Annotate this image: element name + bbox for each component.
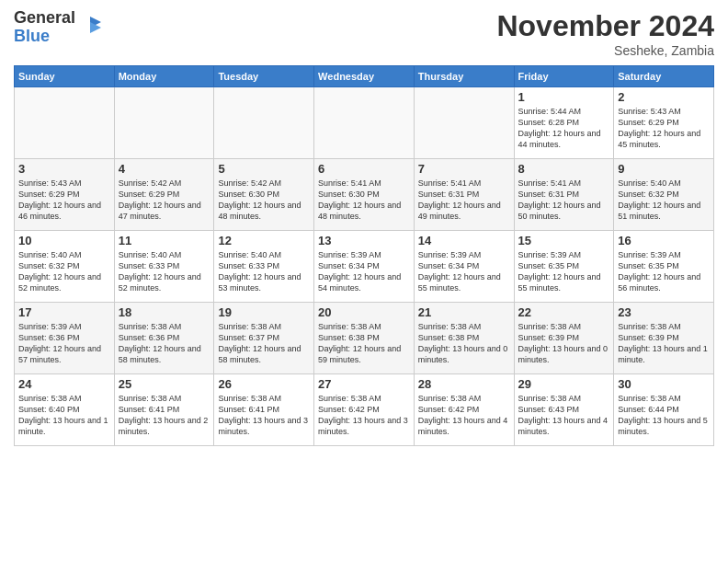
calendar-cell: 11Sunrise: 5:40 AM Sunset: 6:33 PM Dayli… xyxy=(114,231,214,303)
title-section: November 2024 Sesheke, Zambia xyxy=(496,9,714,58)
header: General Blue November 2024 Sesheke, Zamb… xyxy=(14,9,714,58)
day-number: 25 xyxy=(119,377,210,391)
day-info: Sunrise: 5:44 AM Sunset: 6:28 PM Dayligh… xyxy=(518,106,610,151)
day-number: 26 xyxy=(218,377,310,391)
day-number: 3 xyxy=(18,162,110,176)
col-sunday: Sunday xyxy=(15,66,115,87)
calendar-cell: 1Sunrise: 5:44 AM Sunset: 6:28 PM Daylig… xyxy=(514,87,614,159)
day-info: Sunrise: 5:38 AM Sunset: 6:41 PM Dayligh… xyxy=(218,393,310,438)
day-number: 15 xyxy=(518,234,610,247)
calendar-week-5: 24Sunrise: 5:38 AM Sunset: 6:40 PM Dayli… xyxy=(15,374,714,446)
day-number: 14 xyxy=(418,234,510,247)
header-row: Sunday Monday Tuesday Wednesday Thursday… xyxy=(15,66,714,87)
day-number: 8 xyxy=(518,162,610,176)
day-info: Sunrise: 5:42 AM Sunset: 6:30 PM Dayligh… xyxy=(218,178,310,223)
day-info: Sunrise: 5:40 AM Sunset: 6:33 PM Dayligh… xyxy=(218,249,310,294)
logo-general: General xyxy=(14,9,75,28)
calendar-cell xyxy=(214,87,314,159)
logo-text: General Blue xyxy=(14,9,75,46)
day-info: Sunrise: 5:38 AM Sunset: 6:39 PM Dayligh… xyxy=(518,321,610,366)
day-info: Sunrise: 5:38 AM Sunset: 6:38 PM Dayligh… xyxy=(418,321,510,366)
col-tuesday: Tuesday xyxy=(214,66,314,87)
col-wednesday: Wednesday xyxy=(314,66,415,87)
day-info: Sunrise: 5:38 AM Sunset: 6:38 PM Dayligh… xyxy=(318,321,410,366)
day-info: Sunrise: 5:38 AM Sunset: 6:39 PM Dayligh… xyxy=(618,321,710,366)
calendar-cell: 6Sunrise: 5:41 AM Sunset: 6:30 PM Daylig… xyxy=(314,159,415,231)
day-number: 9 xyxy=(618,162,710,176)
calendar-week-1: 1Sunrise: 5:44 AM Sunset: 6:28 PM Daylig… xyxy=(15,87,714,159)
calendar-cell: 5Sunrise: 5:42 AM Sunset: 6:30 PM Daylig… xyxy=(214,159,314,231)
day-number: 30 xyxy=(618,377,710,391)
day-info: Sunrise: 5:38 AM Sunset: 6:37 PM Dayligh… xyxy=(218,321,310,366)
day-number: 10 xyxy=(18,234,110,247)
day-info: Sunrise: 5:39 AM Sunset: 6:34 PM Dayligh… xyxy=(318,249,410,294)
day-number: 20 xyxy=(318,305,410,319)
calendar-cell: 26Sunrise: 5:38 AM Sunset: 6:41 PM Dayli… xyxy=(214,374,314,446)
day-info: Sunrise: 5:38 AM Sunset: 6:44 PM Dayligh… xyxy=(618,393,710,438)
calendar-cell xyxy=(15,87,115,159)
day-number: 29 xyxy=(518,377,610,391)
calendar-cell: 30Sunrise: 5:38 AM Sunset: 6:44 PM Dayli… xyxy=(614,374,714,446)
col-monday: Monday xyxy=(114,66,214,87)
logo-flag-icon xyxy=(77,15,103,40)
day-info: Sunrise: 5:42 AM Sunset: 6:29 PM Dayligh… xyxy=(119,178,210,223)
day-number: 24 xyxy=(18,377,110,391)
day-number: 22 xyxy=(518,305,610,319)
calendar-cell: 29Sunrise: 5:38 AM Sunset: 6:43 PM Dayli… xyxy=(514,374,614,446)
calendar-week-3: 10Sunrise: 5:40 AM Sunset: 6:32 PM Dayli… xyxy=(15,231,714,303)
calendar-cell: 16Sunrise: 5:39 AM Sunset: 6:35 PM Dayli… xyxy=(614,231,714,303)
day-info: Sunrise: 5:43 AM Sunset: 6:29 PM Dayligh… xyxy=(618,106,710,151)
day-number: 19 xyxy=(218,305,310,319)
month-title: November 2024 xyxy=(496,9,714,43)
calendar-cell: 25Sunrise: 5:38 AM Sunset: 6:41 PM Dayli… xyxy=(114,374,214,446)
calendar-cell: 27Sunrise: 5:38 AM Sunset: 6:42 PM Dayli… xyxy=(314,374,415,446)
calendar-table: Sunday Monday Tuesday Wednesday Thursday… xyxy=(14,65,714,446)
day-info: Sunrise: 5:38 AM Sunset: 6:40 PM Dayligh… xyxy=(18,393,110,438)
day-number: 5 xyxy=(218,162,310,176)
day-info: Sunrise: 5:40 AM Sunset: 6:33 PM Dayligh… xyxy=(119,249,210,294)
col-saturday: Saturday xyxy=(614,66,714,87)
day-info: Sunrise: 5:41 AM Sunset: 6:31 PM Dayligh… xyxy=(518,178,610,223)
day-info: Sunrise: 5:43 AM Sunset: 6:29 PM Dayligh… xyxy=(18,178,110,223)
calendar-week-2: 3Sunrise: 5:43 AM Sunset: 6:29 PM Daylig… xyxy=(15,159,714,231)
day-info: Sunrise: 5:38 AM Sunset: 6:41 PM Dayligh… xyxy=(119,393,210,438)
calendar-cell: 18Sunrise: 5:38 AM Sunset: 6:36 PM Dayli… xyxy=(114,303,214,374)
calendar-cell: 7Sunrise: 5:41 AM Sunset: 6:31 PM Daylig… xyxy=(414,159,514,231)
day-info: Sunrise: 5:39 AM Sunset: 6:35 PM Dayligh… xyxy=(518,249,610,294)
day-number: 12 xyxy=(218,234,310,247)
calendar-cell: 23Sunrise: 5:38 AM Sunset: 6:39 PM Dayli… xyxy=(614,303,714,374)
day-number: 16 xyxy=(618,234,710,247)
calendar-cell: 15Sunrise: 5:39 AM Sunset: 6:35 PM Dayli… xyxy=(514,231,614,303)
day-number: 7 xyxy=(418,162,510,176)
calendar-cell: 2Sunrise: 5:43 AM Sunset: 6:29 PM Daylig… xyxy=(614,87,714,159)
day-info: Sunrise: 5:41 AM Sunset: 6:31 PM Dayligh… xyxy=(418,178,510,223)
day-number: 28 xyxy=(418,377,510,391)
day-number: 23 xyxy=(618,305,710,319)
day-number: 13 xyxy=(318,234,410,247)
day-number: 2 xyxy=(618,90,710,104)
day-info: Sunrise: 5:38 AM Sunset: 6:42 PM Dayligh… xyxy=(318,393,410,438)
calendar-cell xyxy=(414,87,514,159)
logo: General Blue xyxy=(14,9,103,46)
calendar-cell: 14Sunrise: 5:39 AM Sunset: 6:34 PM Dayli… xyxy=(414,231,514,303)
day-info: Sunrise: 5:38 AM Sunset: 6:43 PM Dayligh… xyxy=(518,393,610,438)
calendar-cell: 21Sunrise: 5:38 AM Sunset: 6:38 PM Dayli… xyxy=(414,303,514,374)
calendar-cell: 3Sunrise: 5:43 AM Sunset: 6:29 PM Daylig… xyxy=(15,159,115,231)
location: Sesheke, Zambia xyxy=(496,43,714,58)
calendar-cell: 20Sunrise: 5:38 AM Sunset: 6:38 PM Dayli… xyxy=(314,303,415,374)
day-number: 6 xyxy=(318,162,410,176)
day-info: Sunrise: 5:40 AM Sunset: 6:32 PM Dayligh… xyxy=(18,249,110,294)
calendar-cell: 22Sunrise: 5:38 AM Sunset: 6:39 PM Dayli… xyxy=(514,303,614,374)
day-info: Sunrise: 5:39 AM Sunset: 6:35 PM Dayligh… xyxy=(618,249,710,294)
calendar-cell: 4Sunrise: 5:42 AM Sunset: 6:29 PM Daylig… xyxy=(114,159,214,231)
day-info: Sunrise: 5:40 AM Sunset: 6:32 PM Dayligh… xyxy=(618,178,710,223)
calendar-cell xyxy=(114,87,214,159)
day-info: Sunrise: 5:38 AM Sunset: 6:36 PM Dayligh… xyxy=(119,321,210,366)
calendar-cell: 17Sunrise: 5:39 AM Sunset: 6:36 PM Dayli… xyxy=(15,303,115,374)
col-thursday: Thursday xyxy=(414,66,514,87)
calendar-cell: 12Sunrise: 5:40 AM Sunset: 6:33 PM Dayli… xyxy=(214,231,314,303)
calendar-cell xyxy=(314,87,415,159)
page-container: General Blue November 2024 Sesheke, Zamb… xyxy=(0,0,728,455)
day-number: 27 xyxy=(318,377,410,391)
col-friday: Friday xyxy=(514,66,614,87)
